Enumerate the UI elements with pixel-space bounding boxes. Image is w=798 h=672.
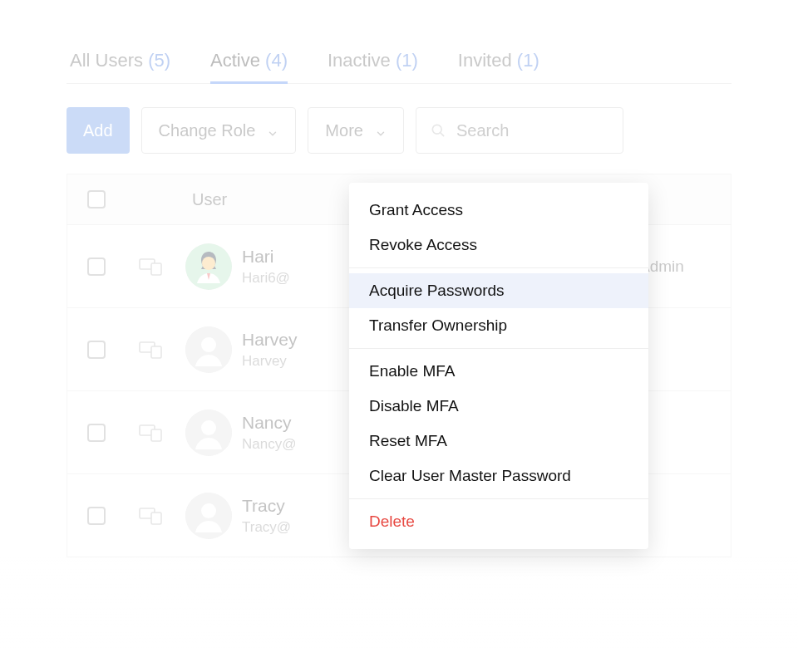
svg-rect-7 [151,346,161,358]
tab-label: Inactive [328,50,391,71]
add-button[interactable]: Add [66,107,130,154]
svg-point-17 [201,503,216,518]
tab-all-users[interactable]: All Users (5) [70,42,170,83]
menu-clear-master-password[interactable]: Clear User Master Password [349,459,648,493]
row-checkbox[interactable] [87,341,106,359]
row-checkbox[interactable] [87,507,106,525]
search-input[interactable] [456,121,598,140]
tab-count: (1) [396,50,418,71]
tab-count: (1) [517,50,539,71]
menu-reset-mfa[interactable]: Reset MFA [349,424,648,459]
menu-separator [349,267,648,268]
more-button[interactable]: More [308,107,404,154]
tab-inactive[interactable]: Inactive (1) [328,42,418,83]
row-checkbox[interactable] [87,424,106,442]
tab-label: Invited [458,50,512,71]
avatar [185,410,232,456]
menu-transfer-ownership[interactable]: Transfer Ownership [349,308,648,343]
tab-invited[interactable]: Invited (1) [458,42,539,83]
menu-delete[interactable]: Delete [349,504,648,539]
row-checkbox[interactable] [87,258,106,276]
search-icon [430,122,446,139]
search-field[interactable] [416,107,623,154]
svg-point-5 [202,257,215,270]
more-label: More [325,121,363,140]
toolbar: Add Change Role More [66,107,732,154]
avatar [185,493,232,539]
tab-count: (4) [265,50,288,71]
select-all-checkbox[interactable] [87,190,106,208]
menu-acquire-passwords[interactable]: Acquire Passwords [349,273,648,308]
tab-label: Active [210,50,260,71]
svg-point-13 [201,420,216,435]
svg-point-9 [201,337,216,352]
more-menu: Grant Access Revoke Access Acquire Passw… [349,183,648,549]
avatar [185,243,232,290]
chevron-down-icon [267,125,278,136]
change-role-label: Change Role [159,121,256,140]
menu-separator [349,498,648,499]
fade-overlay [0,556,798,672]
menu-disable-mfa[interactable]: Disable MFA [349,389,648,424]
change-role-button[interactable]: Change Role [141,107,297,154]
svg-rect-15 [151,513,161,524]
svg-line-1 [441,133,444,136]
menu-revoke-access[interactable]: Revoke Access [349,228,648,262]
menu-separator [349,348,648,349]
devices-icon [126,340,175,360]
devices-icon [126,506,175,526]
user-filter-tabs: All Users (5) Active (4) Inactive (1) In… [66,42,732,84]
menu-enable-mfa[interactable]: Enable MFA [349,354,648,389]
tab-count: (5) [148,50,170,71]
menu-grant-access[interactable]: Grant Access [349,193,648,228]
chevron-down-icon [375,125,387,136]
avatar [185,326,232,373]
tab-active[interactable]: Active (4) [210,42,288,83]
svg-rect-11 [151,429,161,441]
devices-icon [126,257,175,277]
devices-icon [126,423,175,443]
svg-rect-3 [151,263,161,275]
tab-label: All Users [70,50,143,71]
